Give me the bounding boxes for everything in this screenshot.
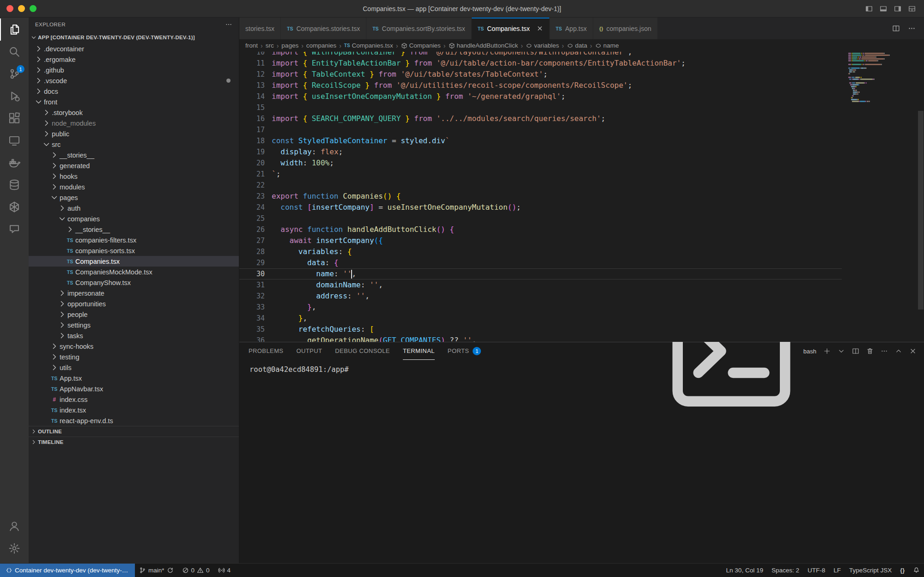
close-tab-icon[interactable]	[536, 25, 543, 32]
tree-file-index-css[interactable]: #index.css	[29, 394, 239, 405]
tree-folder-generated[interactable]: generated	[29, 160, 239, 171]
terminal-more-actions-icon[interactable]	[881, 347, 888, 355]
kill-terminal-icon[interactable]	[866, 347, 874, 355]
breadcrumb-handleaddbuttonclick[interactable]: handleAddButtonClick	[449, 42, 518, 49]
tree-folder-impersonate[interactable]: impersonate	[29, 288, 239, 298]
git-branch-status[interactable]: main*	[135, 564, 178, 577]
tree-folder-stories[interactable]: __stories__	[29, 224, 239, 235]
tree-folder-hooks[interactable]: hooks	[29, 171, 239, 182]
activity-bar-item-search[interactable]	[0, 41, 29, 63]
remote-indicator[interactable]: Container dev-twenty-dev (dev-twenty-dev…	[0, 564, 135, 577]
panel-tab-ports[interactable]: PORTS1	[448, 342, 481, 360]
tree-folder-vscode[interactable]: .vscode	[29, 75, 239, 86]
tree-folder-front[interactable]: front	[29, 97, 239, 107]
breadcrumb-companies[interactable]: Companies	[401, 42, 441, 49]
editor-scrollbar[interactable]	[918, 111, 924, 310]
tree-file-companiesmockmode-tsx[interactable]: TSCompaniesMockMode.tsx	[29, 267, 239, 277]
tree-folder-docs[interactable]: docs	[29, 86, 239, 97]
language-status[interactable]: {}	[896, 564, 909, 577]
panel-tab-terminal[interactable]: TERMINAL	[403, 342, 435, 360]
breadcrumb-front[interactable]: front	[245, 42, 258, 49]
breadcrumb-companies[interactable]: companies	[306, 42, 336, 49]
tree-folder-github[interactable]: .github	[29, 65, 239, 75]
toggle-panel-icon[interactable]	[880, 5, 887, 12]
panel-tab-output[interactable]: OUTPUT	[296, 342, 322, 360]
tab-companies-stories-tsx[interactable]: TSCompanies.stories.tsx	[281, 18, 366, 39]
section-outline[interactable]: OUTLINE	[29, 426, 239, 437]
status-indentation[interactable]: Spaces: 2	[767, 564, 803, 577]
tree-file-companies-sorts-tsx[interactable]: TScompanies-sorts.tsx	[29, 245, 239, 256]
section-timeline[interactable]: TIMELINE	[29, 437, 239, 447]
tree-folder-storybook[interactable]: .storybook	[29, 107, 239, 118]
tree-folder-opportunities[interactable]: opportunities	[29, 298, 239, 309]
tree-folder-devcontainer[interactable]: .devcontainer	[29, 43, 239, 54]
close-window-button[interactable]	[6, 5, 13, 12]
explorer-section-header[interactable]: APP [CONTAINER DEV-TWENTY-DEV (DEV-TWENT…	[29, 31, 239, 43]
tree-file-companyshow-tsx[interactable]: TSCompanyShow.tsx	[29, 277, 239, 288]
tree-file-companies-filters-tsx[interactable]: TScompanies-filters.tsx	[29, 235, 239, 245]
terminal[interactable]: root@0a42ecd84891:/app#	[239, 360, 924, 563]
notifications[interactable]	[909, 564, 924, 577]
toggle-secondary-sidebar-icon[interactable]	[894, 5, 901, 12]
breadcrumb-companies-tsx[interactable]: TSCompanies.tsx	[344, 42, 393, 49]
tree-folder-companies[interactable]: companies	[29, 213, 239, 224]
tab-companies-tsx[interactable]: TSCompanies.tsx	[472, 18, 550, 39]
tab-app-tsx[interactable]: TSApp.tsx	[550, 18, 593, 39]
tree-folder-src[interactable]: src	[29, 139, 239, 150]
tree-file-appnavbar-tsx[interactable]: TSAppNavbar.tsx	[29, 383, 239, 394]
minimize-window-button[interactable]	[18, 5, 25, 12]
tree-folder-pages[interactable]: pages	[29, 192, 239, 203]
activity-bar-item-extensions[interactable]	[0, 107, 29, 129]
tree-folder-modules[interactable]: modules	[29, 182, 239, 192]
maximize-panel-icon[interactable]	[895, 347, 902, 355]
activity-bar-item-explorer[interactable]	[0, 18, 29, 41]
zoom-window-button[interactable]	[30, 5, 36, 12]
activity-bar-item-run-and-debug[interactable]	[0, 85, 29, 107]
breadcrumb-variables[interactable]: variables	[526, 42, 559, 49]
tree-folder-ergomake[interactable]: .ergomake	[29, 54, 239, 65]
tree-file-companies-tsx[interactable]: TSCompanies.tsx	[29, 256, 239, 267]
forwarded-ports-status[interactable]: 4	[214, 564, 235, 577]
panel-tab-problems[interactable]: PROBLEMS	[249, 342, 283, 360]
tree-file-react-app-env-d-ts[interactable]: TSreact-app-env.d.ts	[29, 415, 239, 426]
tree-file-app-tsx[interactable]: TSApp.tsx	[29, 373, 239, 383]
status-encoding[interactable]: UTF-8	[803, 564, 829, 577]
activity-bar-item-accounts[interactable]	[0, 515, 29, 537]
code-editor[interactable]: 10import { WithTopBarContainer } from '@…	[239, 52, 924, 342]
activity-bar-item-database[interactable]	[0, 174, 29, 196]
tree-folder-auth[interactable]: auth	[29, 203, 239, 213]
status-cursor-position[interactable]: Ln 30, Col 19	[722, 564, 767, 577]
tree-folder-utils[interactable]: utils	[29, 362, 239, 373]
editor-more-actions-icon[interactable]	[908, 24, 916, 32]
tab-companies-json[interactable]: {}companies.json	[593, 18, 658, 39]
split-editor-icon[interactable]	[892, 24, 900, 32]
tree-folder-node-modules[interactable]: node_modules	[29, 118, 239, 128]
activity-bar-item-docker[interactable]	[0, 152, 29, 174]
activity-bar-item-source-control[interactable]: 1	[0, 63, 29, 85]
breadcrumb-data[interactable]: data	[567, 42, 587, 49]
tree-folder-people[interactable]: people	[29, 309, 239, 320]
toggle-primary-sidebar-icon[interactable]	[865, 5, 873, 12]
tree-folder-tasks[interactable]: tasks	[29, 330, 239, 341]
activity-bar-item-manage[interactable]	[0, 537, 29, 559]
activity-bar-item-comments[interactable]	[0, 218, 29, 240]
breadcrumb-name[interactable]: name	[595, 42, 619, 49]
minimap[interactable]	[848, 53, 918, 342]
tab-stories-tsx[interactable]: stories.tsx	[239, 18, 281, 39]
problems-status[interactable]: 00	[178, 564, 214, 577]
status-eol[interactable]: LF	[829, 564, 845, 577]
tree-folder-stories[interactable]: __stories__	[29, 150, 239, 160]
views-and-more-actions-icon[interactable]	[225, 21, 232, 28]
tree-file-index-tsx[interactable]: TSindex.tsx	[29, 405, 239, 415]
tree-folder-settings[interactable]: settings	[29, 320, 239, 330]
activity-bar-item-remote-explorer[interactable]	[0, 129, 29, 152]
breadcrumb-pages[interactable]: pages	[281, 42, 298, 49]
customize-layout-icon[interactable]	[908, 5, 916, 12]
breadcrumb-src[interactable]: src	[266, 42, 274, 49]
split-terminal-icon[interactable]	[852, 347, 859, 355]
close-panel-icon[interactable]	[909, 347, 917, 355]
status-language-mode[interactable]: TypeScript JSX	[845, 564, 896, 577]
tab-companies-sortby-stories-tsx[interactable]: TSCompanies.sortBy.stories.tsx	[366, 18, 472, 39]
panel-tab-debug-console[interactable]: DEBUG CONSOLE	[335, 342, 390, 360]
terminal-dropdown-icon[interactable]	[838, 347, 845, 355]
